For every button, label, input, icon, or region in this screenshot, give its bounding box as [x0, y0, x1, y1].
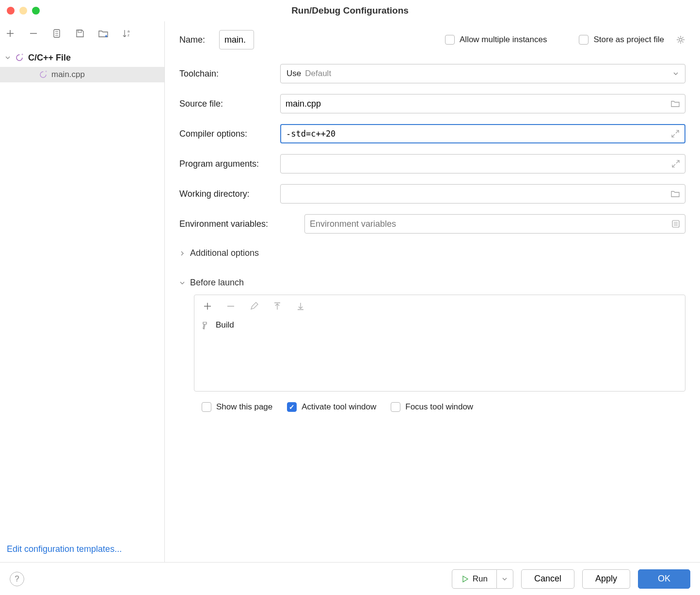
apply-button[interactable]: Apply — [582, 569, 630, 589]
before-launch-toolbar — [194, 295, 685, 317]
svg-text:z: z — [127, 33, 129, 37]
name-label: Name: — [179, 35, 210, 45]
cpp-file-icon: + — [15, 52, 25, 63]
additional-options-label: Additional options — [190, 248, 259, 258]
help-icon[interactable]: ? — [10, 572, 24, 586]
play-icon — [461, 575, 469, 583]
hammer-icon — [201, 320, 211, 330]
add-config-icon[interactable] — [4, 27, 16, 40]
remove-config-icon[interactable] — [27, 27, 40, 40]
svg-rect-1 — [78, 30, 81, 32]
before-launch-item-label: Build — [216, 320, 234, 330]
config-tree: + C/C++ File + main.cpp — [0, 46, 164, 536]
working-directory-input[interactable] — [286, 189, 680, 199]
working-directory-label: Working directory: — [179, 189, 271, 199]
before-launch-item[interactable]: Build — [194, 317, 685, 333]
expand-icon[interactable] — [671, 129, 680, 138]
toolchain-label: Toolchain: — [179, 69, 271, 79]
toolchain-prefix: Use — [286, 69, 301, 78]
allow-multiple-checkbox[interactable]: Allow multiple instances — [445, 35, 547, 45]
additional-options-section[interactable]: Additional options — [179, 248, 685, 258]
program-arguments-wrapper — [280, 154, 685, 173]
svg-point-8 — [679, 38, 682, 41]
gear-icon[interactable] — [676, 35, 685, 45]
folder-icon[interactable] — [670, 189, 680, 198]
focus-tool-checkbox[interactable]: Focus tool window — [391, 402, 473, 412]
store-project-checkbox[interactable]: Store as project file — [579, 35, 664, 45]
show-page-checkbox[interactable]: Show this page — [202, 402, 272, 412]
save-config-icon[interactable] — [74, 27, 86, 40]
before-launch-section[interactable]: Before launch — [179, 278, 685, 288]
checkbox-icon — [287, 402, 297, 412]
folder-icon[interactable] — [670, 99, 680, 108]
env-vars-label: Environment variables: — [179, 219, 296, 229]
move-down-icon[interactable] — [294, 300, 307, 313]
checkbox-icon — [445, 35, 455, 45]
cpp-file-icon: + — [39, 70, 48, 79]
tree-item-label: main.cpp — [51, 70, 85, 79]
source-file-input[interactable] — [286, 99, 680, 109]
chevron-right-icon — [179, 251, 186, 256]
cancel-button[interactable]: Cancel — [521, 569, 574, 589]
edit-templates-link[interactable]: Edit configuration templates... — [0, 536, 164, 562]
checkbox-icon — [391, 402, 400, 412]
add-task-icon[interactable] — [201, 300, 214, 313]
before-launch-panel: Build — [194, 295, 685, 391]
program-arguments-label: Program arguments: — [179, 159, 271, 169]
show-page-label: Show this page — [216, 402, 272, 412]
move-up-icon[interactable] — [271, 300, 284, 313]
store-project-label: Store as project file — [593, 35, 664, 45]
copy-config-icon[interactable] — [50, 27, 63, 40]
tree-item[interactable]: + main.cpp — [0, 67, 164, 82]
form-panel: Name: Allow multiple instances Store as … — [165, 21, 700, 562]
ok-button[interactable]: OK — [638, 569, 690, 589]
compiler-options-label: Compiler options: — [179, 129, 271, 139]
list-icon[interactable] — [671, 219, 680, 228]
sort-alpha-icon[interactable]: az — [120, 27, 133, 40]
name-input[interactable] — [219, 30, 254, 49]
env-vars-input[interactable] — [310, 219, 680, 229]
tree-group-label: C/C++ File — [28, 53, 71, 63]
edit-task-icon[interactable] — [248, 300, 260, 313]
checkbox-icon — [202, 402, 211, 412]
program-arguments-input[interactable] — [286, 159, 680, 169]
activate-tool-checkbox[interactable]: Activate tool window — [287, 402, 376, 412]
chevron-down-icon — [672, 70, 679, 77]
expand-icon[interactable] — [671, 159, 680, 168]
compiler-options-input[interactable] — [286, 129, 680, 139]
chevron-down-icon — [179, 280, 186, 286]
run-dropdown[interactable] — [497, 569, 513, 589]
svg-text:+: + — [21, 53, 23, 56]
checkbox-icon — [579, 35, 589, 45]
focus-tool-label: Focus tool window — [405, 402, 473, 412]
activate-tool-label: Activate tool window — [302, 402, 376, 412]
source-file-label: Source file: — [179, 99, 271, 109]
run-label: Run — [473, 574, 488, 584]
folder-plus-icon[interactable] — [97, 27, 110, 40]
caret-down-icon — [5, 55, 12, 61]
run-button[interactable]: Run — [452, 569, 497, 589]
source-file-wrapper — [280, 94, 685, 113]
allow-multiple-label: Allow multiple instances — [460, 35, 547, 45]
sidebar: az + C/C++ File + main.cpp Edit configur… — [0, 21, 165, 562]
toolchain-value: Default — [305, 69, 331, 78]
working-directory-wrapper — [280, 184, 685, 204]
svg-text:+: + — [45, 70, 47, 73]
tree-group[interactable]: + C/C++ File — [0, 50, 164, 65]
sidebar-toolbar: az — [0, 21, 164, 46]
footer: ? Run Cancel Apply OK — [0, 562, 700, 595]
run-button-group: Run — [452, 569, 513, 589]
compiler-options-wrapper — [280, 124, 685, 143]
before-launch-label: Before launch — [190, 278, 244, 288]
toolchain-select[interactable]: Use Default — [280, 64, 685, 83]
env-vars-wrapper — [304, 214, 685, 234]
titlebar: Run/Debug Configurations — [0, 0, 700, 21]
window-title: Run/Debug Configurations — [0, 5, 700, 16]
remove-task-icon[interactable] — [224, 300, 237, 313]
